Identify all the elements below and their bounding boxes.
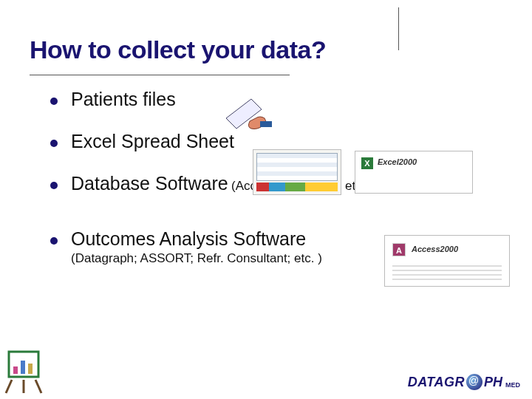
clipart-hand-paper-icon (222, 96, 273, 134)
access-icon: A (392, 243, 406, 256)
thumbnail-excel-screenshot (253, 149, 341, 195)
logo-text-part1: DATAGR (408, 375, 465, 390)
slide-title: How to collect your data? (30, 35, 502, 64)
svg-rect-5 (28, 364, 33, 374)
svg-line-6 (6, 380, 12, 393)
title-underline (30, 75, 290, 75)
bullet-text: Patients files (71, 89, 176, 109)
bullet-text: Outcomes Analysis Software (71, 228, 306, 249)
bullet-icon (50, 182, 58, 189)
bullet-icon (50, 237, 58, 245)
excel-icon: X (361, 157, 373, 169)
svg-rect-1 (260, 121, 272, 127)
title-area: How to collect your data? (0, 0, 532, 81)
thumbnail-label: Access2000 (412, 245, 458, 253)
bullet-icon (50, 140, 58, 147)
logo-subtext: MED (505, 381, 520, 390)
datagraph-med-logo: DATAGR PH MED (408, 374, 520, 390)
thumbnail-label: Excel2000 (378, 157, 417, 166)
logo-globe-icon (466, 374, 482, 390)
bullet-text: Database Software (71, 173, 228, 194)
svg-rect-4 (21, 361, 25, 374)
title-vertical-rule (398, 7, 399, 50)
thumbnail-excel-box: X Excel2000 (355, 151, 473, 194)
clipart-chart-easel-icon (4, 347, 46, 395)
thumbnail-access-box: A Access2000 (384, 235, 510, 287)
svg-rect-3 (13, 366, 18, 374)
bullet-icon (50, 98, 58, 105)
bullet-text: Excel Spread Sheet (71, 131, 234, 151)
svg-line-7 (35, 380, 41, 393)
decorative-lines (392, 265, 502, 280)
bullet-item: Patients files (50, 89, 502, 110)
logo-text-part2: PH (484, 375, 502, 390)
